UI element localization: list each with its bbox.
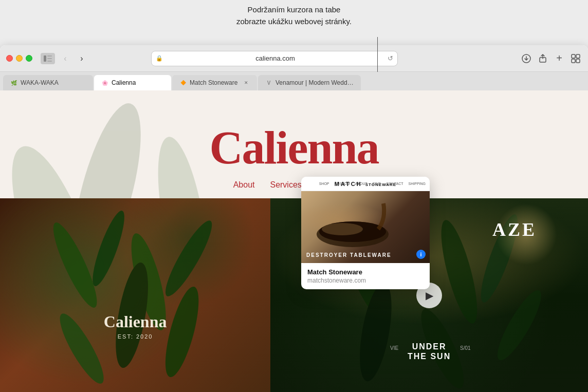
toolbar-right: + — [520, 52, 582, 65]
svg-rect-2 — [47, 58, 52, 59]
tab-overview-button[interactable] — [569, 52, 582, 65]
svg-rect-8 — [572, 59, 575, 63]
svg-point-14 — [87, 208, 130, 289]
svg-rect-9 — [576, 59, 580, 63]
tooltip-line2: zobrazte ukážku webovej stránky. — [236, 17, 352, 26]
lock-icon: 🔒 — [156, 55, 163, 62]
left-logo-sub: EST: 2020 — [118, 333, 153, 340]
nav-about[interactable]: About — [233, 180, 255, 190]
svg-rect-7 — [576, 54, 580, 58]
traffic-lights — [6, 55, 32, 62]
tab-match-stoneware[interactable]: 🔶 Match Stoneware ✕ — [172, 75, 257, 90]
tab-calienna[interactable]: 🌸 Calienna — [94, 75, 171, 90]
tab-label-match-stoneware: Match Stoneware — [190, 79, 240, 86]
svg-point-22 — [434, 217, 485, 327]
page-content: Calienna About Services Under T… — [0, 90, 588, 392]
left-image-logo: Calienna EST: 2020 — [104, 312, 167, 341]
svg-point-16 — [159, 216, 218, 301]
vie-label: VIE — [390, 345, 398, 351]
under-the-sun-text: UNDER THE SUN — [408, 342, 451, 361]
share-button[interactable] — [537, 52, 549, 65]
tab-preview-header: MATCH STONEWARE SHOP CUSTOM ABOUT FIND C… — [301, 177, 430, 263]
address-bar[interactable]: 🔒 calienna.com ↺ — [151, 51, 398, 66]
preview-site-nav: SHOP CUSTOM ABOUT FIND CONTACT SHIPPING — [319, 182, 426, 185]
calienna-logo-big: Calienna — [209, 121, 378, 174]
svg-rect-6 — [572, 54, 575, 58]
minimize-button[interactable] — [16, 55, 23, 62]
nav-services[interactable]: Services — [270, 180, 301, 190]
aze-text: AZE — [492, 219, 537, 240]
svg-point-29 — [322, 223, 363, 235]
tab-label-waka-waka: WAKA-WAKA — [21, 79, 59, 86]
svg-rect-3 — [47, 61, 52, 62]
left-image: Calienna EST: 2020 — [0, 198, 270, 392]
tab-venamour[interactable]: V Venamour | Modern Wedding Invitations — [258, 75, 361, 90]
download-button[interactable] — [520, 52, 532, 65]
tab-favicon-venamour: V — [265, 79, 272, 86]
tab-close-match-stoneware[interactable]: ✕ — [243, 79, 250, 86]
s01-label: S/01 — [460, 345, 471, 351]
tab-label-venamour: Venamour | Modern Wedding Invitations — [275, 79, 354, 86]
preview-site-header: MATCH STONEWARE SHOP CUSTOM ABOUT FIND C… — [301, 177, 430, 191]
browser-window: ‹ › 🔒 calienna.com ↺ + — [0, 45, 588, 392]
tab-waka-waka[interactable]: 🌿 WAKA-WAKA — [3, 75, 93, 90]
refresh-icon[interactable]: ↺ — [388, 54, 393, 62]
calienna-website: Calienna About Services Under T… — [0, 90, 588, 392]
tab-preview-url: matchstoneware.com — [307, 277, 424, 284]
tabs-bar: 🌿 WAKA-WAKA 🌸 Calienna 🔶 Match Stoneware… — [0, 72, 588, 90]
svg-rect-0 — [44, 55, 46, 62]
tab-preview-popup: MATCH STONEWARE SHOP CUSTOM ABOUT FIND C… — [301, 177, 430, 289]
tab-preview-image: DESTROYER TABLEWARE i — [301, 191, 430, 263]
tab-preview-info: Match Stoneware matchstoneware.com — [301, 263, 430, 289]
back-button[interactable]: ‹ — [59, 52, 71, 65]
fullscreen-button[interactable] — [26, 55, 32, 62]
svg-point-24 — [354, 280, 398, 383]
preview-info-button[interactable]: i — [416, 250, 426, 259]
tab-favicon-calienna: 🌸 — [101, 79, 108, 86]
preview-destroyer-text: DESTROYER TABLEWARE — [306, 252, 392, 258]
new-tab-button[interactable]: + — [553, 52, 565, 65]
tab-favicon-match-stoneware: 🔶 — [179, 79, 187, 86]
address-text: calienna.com — [166, 54, 384, 62]
bottom-grid: Calienna EST: 2020 — [0, 198, 588, 392]
tooltip-line1: Podržaním kurzora na tabe — [248, 5, 341, 14]
svg-point-18 — [53, 309, 111, 388]
tab-preview-title: Match Stoneware — [307, 268, 424, 276]
forward-button[interactable]: › — [76, 52, 88, 65]
svg-point-26 — [491, 286, 548, 365]
tab-favicon-waka-waka: 🌿 — [10, 79, 17, 86]
sidebar-toggle-button[interactable] — [41, 53, 55, 64]
tab-label-calienna: Calienna — [112, 79, 136, 86]
tooltip-pointer-line — [377, 37, 378, 72]
left-logo-text: Calienna — [104, 312, 167, 331]
tooltip-annotation: Podržaním kurzora na tabe zobrazte ukážk… — [236, 4, 352, 27]
title-bar: ‹ › 🔒 calienna.com ↺ + — [0, 45, 588, 72]
close-button[interactable] — [6, 55, 13, 62]
svg-rect-1 — [47, 55, 52, 57]
